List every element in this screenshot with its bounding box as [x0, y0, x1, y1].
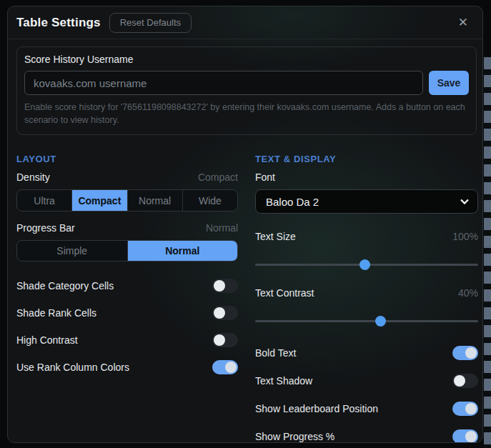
toggle-knob: [454, 375, 465, 387]
reset-defaults-button[interactable]: Reset Defaults: [109, 13, 192, 33]
save-button[interactable]: Save: [429, 71, 469, 95]
toggle-knob: [214, 307, 225, 319]
shade-rank-cells-label: Shade Rank Cells: [16, 307, 96, 319]
text-shadow-label: Text Shadow: [255, 375, 312, 387]
density-row: Density Compact: [16, 171, 238, 183]
toggle-knob: [465, 403, 477, 414]
toggle-knob: [465, 347, 477, 359]
high-contrast-label: High Contrast: [16, 334, 78, 346]
close-icon[interactable]: ✕: [455, 14, 471, 31]
high-contrast-toggle[interactable]: [212, 333, 238, 347]
density-value: Compact: [198, 171, 238, 183]
bold-text-label: Bold Text: [255, 347, 296, 359]
show-leaderboard-position-toggle[interactable]: [452, 402, 478, 416]
text-shadow-toggle[interactable]: [452, 374, 478, 388]
page-title: Table Settings: [16, 16, 101, 30]
progress-bar-segmented-control: Simple Normal: [16, 240, 238, 262]
show-leaderboard-position-label: Show Leaderboard Position: [255, 403, 378, 414]
shade-category-cells-label: Shade Category Cells: [16, 280, 114, 292]
text-display-column: TEXT & DISPLAY Font Baloo Da 2 Text Size…: [255, 154, 478, 443]
slider-thumb[interactable]: [359, 259, 370, 270]
toggle-knob: [214, 280, 225, 292]
density-option-wide[interactable]: Wide: [182, 190, 237, 211]
bold-text-toggle[interactable]: [452, 346, 478, 360]
font-select[interactable]: Baloo Da 2: [255, 189, 478, 214]
toggle-knob: [225, 362, 237, 373]
text-shadow-row: Text Shadow: [255, 374, 478, 388]
density-option-ultra[interactable]: Ultra: [17, 190, 71, 211]
progress-bar-label: Progress Bar: [16, 222, 75, 234]
display-toggles: Bold Text Text Shadow Show Leaderboard P…: [255, 346, 478, 443]
density-segmented-control: Ultra Compact Normal Wide: [16, 189, 238, 211]
font-select-value: Baloo Da 2: [266, 196, 460, 208]
high-contrast-row: High Contrast: [16, 333, 238, 347]
show-progress-percent-toggle[interactable]: [452, 429, 478, 443]
text-display-section-heading: TEXT & DISPLAY: [255, 154, 478, 164]
font-label: Font: [255, 171, 275, 183]
shade-category-cells-toggle[interactable]: [212, 279, 238, 293]
text-contrast-label: Text Contrast: [255, 287, 314, 299]
slider-track: [255, 320, 478, 322]
use-rank-column-colors-row: Use Rank Column Colors: [16, 360, 238, 374]
shade-category-cells-row: Shade Category Cells: [16, 279, 238, 293]
text-size-label: Text Size: [255, 231, 296, 242]
density-label: Density: [16, 171, 50, 183]
layout-section-heading: LAYOUT: [16, 154, 238, 164]
text-size-slider[interactable]: [255, 259, 478, 270]
username-input[interactable]: [24, 71, 423, 95]
progress-bar-row: Progress Bar Normal: [16, 222, 238, 234]
toggle-knob: [214, 334, 225, 346]
text-contrast-value: 40%: [458, 287, 478, 299]
bold-text-row: Bold Text: [255, 346, 478, 360]
shade-rank-cells-row: Shade Rank Cells: [16, 306, 238, 320]
use-rank-column-colors-toggle[interactable]: [212, 360, 238, 374]
progress-option-normal[interactable]: Normal: [127, 241, 238, 261]
text-contrast-slider[interactable]: [255, 316, 478, 327]
progress-option-simple[interactable]: Simple: [17, 241, 127, 261]
text-contrast-group: Text Contrast 40%: [255, 287, 478, 327]
layout-column: LAYOUT Density Compact Ultra Compact Nor…: [16, 154, 238, 443]
chevron-down-icon: [460, 199, 469, 204]
show-progress-percent-label: Show Progress %: [255, 431, 334, 442]
toggle-knob: [465, 431, 477, 442]
density-option-normal[interactable]: Normal: [127, 190, 182, 211]
use-rank-column-colors-label: Use Rank Column Colors: [16, 362, 129, 373]
background-table-cells: [484, 57, 491, 448]
text-size-value: 100%: [452, 231, 478, 242]
score-history-label: Score History Username: [24, 54, 469, 65]
settings-columns: LAYOUT Density Compact Ultra Compact Nor…: [16, 154, 477, 443]
modal-header: Table Settings Reset Defaults ✕: [8, 6, 482, 39]
slider-thumb[interactable]: [375, 316, 386, 327]
text-size-row: Text Size 100%: [255, 231, 478, 242]
shade-rank-cells-toggle[interactable]: [212, 306, 238, 320]
username-input-row: Save: [24, 71, 469, 95]
show-progress-percent-row: Show Progress %: [255, 429, 478, 443]
score-history-section: Score History Username Save Enable score…: [16, 46, 477, 135]
density-option-compact[interactable]: Compact: [71, 190, 127, 211]
show-leaderboard-position-row: Show Leaderboard Position: [255, 402, 478, 416]
text-contrast-row: Text Contrast 40%: [255, 287, 478, 299]
table-settings-modal: Table Settings Reset Defaults ✕ Score Hi…: [7, 6, 483, 443]
score-history-helper-text: Enable score history for '76561198098843…: [24, 101, 469, 126]
progress-bar-value: Normal: [206, 222, 238, 234]
text-size-group: Text Size 100%: [255, 231, 478, 270]
font-row: Font: [255, 171, 478, 183]
